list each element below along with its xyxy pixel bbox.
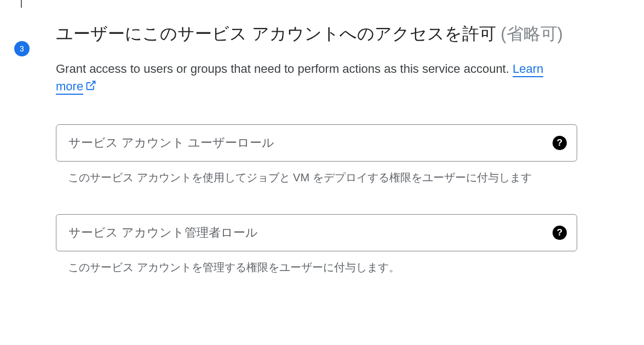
step-content: ユーザーにこのサービス アカウントへのアクセスを許可 (省略可) Grant a… xyxy=(56,23,582,275)
service-account-user-role-input[interactable]: サービス アカウント ユーザーロール ? xyxy=(56,124,577,162)
admin-role-placeholder: サービス アカウント管理者ロール xyxy=(68,225,258,241)
step-description: Grant access to users or groups that nee… xyxy=(56,60,571,96)
step-number-badge: 3 xyxy=(14,41,30,56)
stepper-connector-line xyxy=(21,0,22,8)
user-role-field-group: サービス アカウント ユーザーロール ? このサービス アカウントを使用してジョ… xyxy=(56,124,582,186)
step-title: ユーザーにこのサービス アカウントへのアクセスを許可 (省略可) xyxy=(56,23,582,45)
admin-role-field-group: サービス アカウント管理者ロール ? このサービス アカウントを管理する権限をユ… xyxy=(56,214,582,275)
service-account-admin-role-input[interactable]: サービス アカウント管理者ロール ? xyxy=(56,214,577,251)
help-icon[interactable]: ? xyxy=(553,226,567,240)
user-role-helper-text: このサービス アカウントを使用してジョブと VM をデプロイする権限をユーザーに… xyxy=(56,169,560,186)
external-link-icon xyxy=(85,78,96,96)
step-title-main: ユーザーにこのサービス アカウントへのアクセスを許可 xyxy=(56,24,501,43)
step-3-section: 3 ユーザーにこのサービス アカウントへのアクセスを許可 (省略可) Grant… xyxy=(14,23,582,304)
step-title-optional: (省略可) xyxy=(501,24,563,43)
description-text: Grant access to users or groups that nee… xyxy=(56,62,513,76)
help-icon[interactable]: ? xyxy=(553,136,567,150)
admin-role-helper-text: このサービス アカウントを管理する権限をユーザーに付与します。 xyxy=(56,259,560,275)
user-role-placeholder: サービス アカウント ユーザーロール xyxy=(68,135,274,151)
